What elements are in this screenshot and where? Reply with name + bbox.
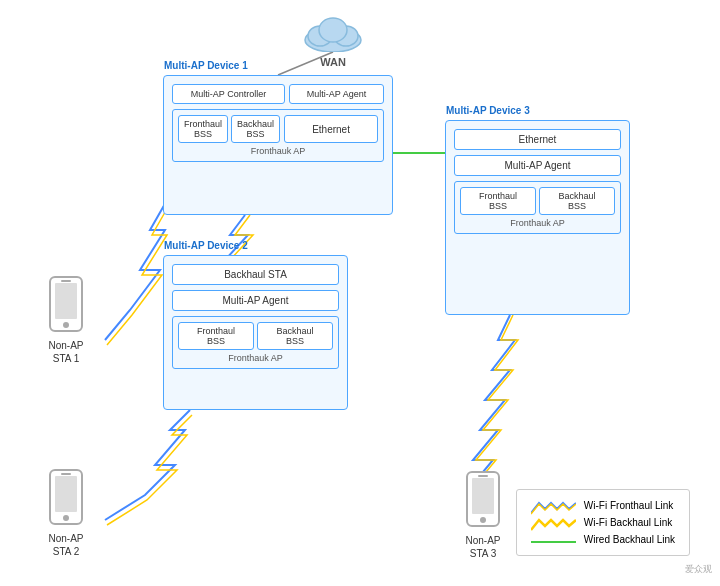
device1-title: Multi-AP Device 1 [164,60,248,71]
phone-sta3-icon [465,470,501,530]
cloud-icon [298,10,368,52]
device3-ethernet: Ethernet [454,129,621,150]
device1-agent: Multi-AP Agent [289,84,384,104]
legend-wifi-fronthaul-label: Wi-Fi Fronthaul Link [584,500,673,511]
device3-fronthaul-ap-label: Fronthauk AP [460,218,615,228]
phone-sta3: Non-APSTA 3 [465,470,501,560]
legend-wifi-fronthaul: Wi-Fi Fronthaul Link [531,500,675,511]
device1-ethernet: Ethernet [284,115,378,143]
svg-rect-13 [61,473,71,475]
device1-fronthaul-bss: FronthaulBSS [178,115,228,143]
device3-backhaul-bss: BackhaulBSS [539,187,615,215]
wan-label: WAN [298,56,368,68]
phone-sta1-icon [48,275,84,335]
svg-rect-15 [472,478,494,514]
multi-ap-controller: Multi-AP Controller [172,84,285,104]
device3-fronthaul-bss: FronthaulBSS [460,187,536,215]
svg-point-12 [63,515,69,521]
device2-box: Multi-AP Device 2 Backhaul STA Multi-AP … [163,255,348,410]
svg-rect-9 [61,280,71,282]
device3-box: Multi-AP Device 3 Ethernet Multi-AP Agen… [445,120,630,315]
device2-agent: Multi-AP Agent [172,290,339,311]
device2-backhaul-bss: BackhaulBSS [257,322,333,350]
legend-wired-backhaul-label: Wired Backhaul Link [584,534,675,545]
wifi-fronthaul-line-icon [531,501,576,511]
wan-cloud: WAN [298,10,368,68]
device1-box: Multi-AP Device 1 Multi-AP Controller Mu… [163,75,393,215]
svg-rect-7 [55,283,77,319]
legend-wifi-backhaul: Wi-Fi Backhaul Link [531,517,675,528]
device1-fronthaul-ap-label: Fronthauk AP [178,146,378,156]
svg-point-5 [319,18,347,42]
svg-point-8 [63,322,69,328]
legend-wifi-backhaul-label: Wi-Fi Backhaul Link [584,517,672,528]
device1-backhaul-bss: BackhaulBSS [231,115,280,143]
diagram-container: WAN Multi-AP Device 1 Multi-AP Controlle… [0,0,720,586]
legend-box: Wi-Fi Fronthaul Link Wi-Fi Backhaul Link… [516,489,690,556]
device3-title: Multi-AP Device 3 [446,105,530,116]
phone-sta3-label: Non-APSTA 3 [465,534,501,560]
phone-sta2-icon [48,468,84,528]
device3-agent: Multi-AP Agent [454,155,621,176]
svg-point-16 [480,517,486,523]
legend-wired-backhaul: Wired Backhaul Link [531,534,675,545]
phone-sta1: Non-APSTA 1 [48,275,84,365]
phone-sta2-label: Non-APSTA 2 [48,532,84,558]
device2-fronthaul-bss: FronthaulBSS [178,322,254,350]
svg-rect-17 [478,475,488,477]
wifi-backhaul-line-icon [531,518,576,528]
phone-sta2: Non-APSTA 2 [48,468,84,558]
device2-fronthaul-ap-label: Fronthauk AP [178,353,333,363]
watermark: 爱众观 [685,563,712,576]
phone-sta1-label: Non-APSTA 1 [48,339,84,365]
svg-rect-11 [55,476,77,512]
wired-backhaul-line-icon [531,535,576,545]
backhaul-sta: Backhaul STA [172,264,339,285]
device2-title: Multi-AP Device 2 [164,240,248,251]
